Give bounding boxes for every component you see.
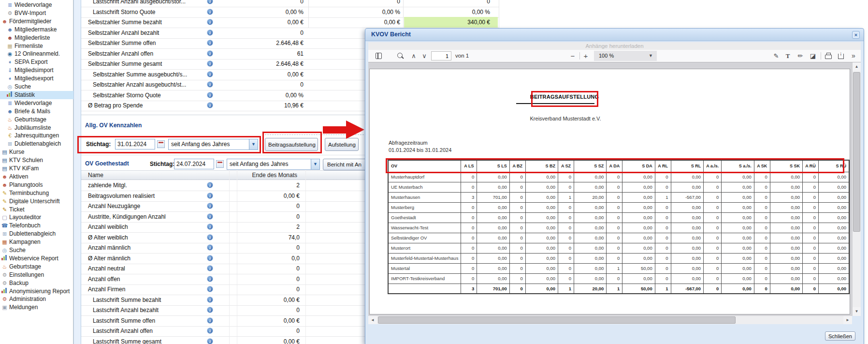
column-header-name[interactable]: Name: [88, 171, 103, 180]
info-icon[interactable]: i: [207, 92, 213, 98]
info-icon[interactable]: i: [207, 30, 213, 36]
info-icon[interactable]: i: [207, 102, 213, 108]
previous-page-icon[interactable]: ∧: [409, 50, 419, 62]
sidebar-item-statistik[interactable]: Statistik: [0, 91, 73, 99]
sidebar-item-kurse[interactable]: ▤Kurse: [0, 148, 73, 156]
scroll-up-icon[interactable]: ▲: [853, 62, 861, 71]
page-number-input[interactable]: [431, 51, 451, 60]
sidebar-item-geburtstage[interactable]: ♨Geburtstage: [0, 116, 73, 124]
zoom-in-icon[interactable]: +: [581, 50, 590, 62]
sidebar-item-suche[interactable]: ◎Suche: [0, 246, 73, 254]
sidebar-item-firmenliste[interactable]: ▦Firmenliste: [0, 42, 73, 50]
info-icon[interactable]: i: [207, 234, 213, 240]
info-icon[interactable]: i: [207, 81, 213, 88]
aufstellung-button[interactable]: Aufstellung: [325, 138, 359, 151]
info-icon[interactable]: i: [207, 182, 213, 188]
sidebar-item-dublettenabgleich[interactable]: ⊞Dublettenabgleich: [0, 140, 73, 148]
scroll-left-icon[interactable]: ◄: [368, 316, 377, 324]
info-icon[interactable]: i: [207, 286, 213, 292]
text-tool-icon[interactable]: T: [783, 50, 793, 62]
info-icon[interactable]: i: [207, 50, 213, 57]
info-icon[interactable]: i: [207, 317, 213, 324]
sidebar-item-jahresquittungen[interactable]: €Jahresquittungen: [0, 132, 73, 140]
sidebar-item-backup[interactable]: ⚙Backup: [0, 279, 73, 287]
info-icon[interactable]: i: [207, 244, 213, 251]
sidebar-item-geburtstage[interactable]: ♨Geburtstage: [0, 263, 73, 271]
sidebar-item-jubiläumsliste[interactable]: ♨Jubiläumsliste: [0, 124, 73, 132]
sidebar-item-anonymisierung-report[interactable]: Anonymisierung Report: [0, 287, 73, 296]
scrollbar-thumb[interactable]: [853, 72, 860, 232]
info-icon[interactable]: i: [207, 276, 213, 282]
zoom-level-select[interactable]: 100 % ▼: [594, 51, 657, 61]
info-icon[interactable]: i: [207, 203, 213, 209]
sidebar-item-12-onlineanmeld[interactable]: ◉12 Onlineanmeld.: [0, 50, 73, 58]
sidebar-item-einstellungen[interactable]: ⚙Einstellungen: [0, 271, 73, 279]
info-icon[interactable]: i: [207, 9, 213, 15]
sidebar-item-administration[interactable]: ⚙Administration: [0, 295, 73, 303]
schliessen-button[interactable]: Schließen: [825, 331, 855, 341]
sidebar-item-aktiven[interactable]: ☻Aktiven: [0, 173, 73, 181]
sidebar-item-mitgliedsimport[interactable]: ⇓Mitgliedsimport: [0, 66, 73, 75]
info-icon[interactable]: i: [207, 0, 213, 4]
sidebar-item-dublettenabgleich[interactable]: ⊞Dublettenabgleich: [0, 230, 73, 238]
sidebar-item-webservice-report[interactable]: Webservice Report: [0, 254, 73, 263]
sidebar-item-planungtools[interactable]: ☻Planungtools: [0, 181, 73, 189]
info-icon[interactable]: i: [207, 297, 213, 303]
highlight-tool-icon[interactable]: ✎: [771, 50, 781, 62]
sidebar-item-mitgliedsexport[interactable]: ➧Mitgliedsexport: [0, 75, 73, 83]
info-icon[interactable]: i: [207, 307, 213, 313]
scroll-down-icon[interactable]: ▼: [853, 307, 861, 316]
info-icon[interactable]: i: [207, 338, 213, 344]
sidebar-item-suche[interactable]: ◎Suche: [0, 83, 73, 91]
sidebar-item-wiedervorlage[interactable]: ≣Wiedervorlage: [0, 99, 73, 107]
zoom-out-icon[interactable]: −: [568, 50, 577, 62]
sidebar-item-ktv-schulen[interactable]: ▤KTV Schulen: [0, 156, 73, 165]
info-icon[interactable]: i: [207, 40, 213, 46]
scrollbar-thumb[interactable]: [378, 316, 736, 324]
sidebar-item-fördermitglieder[interactable]: ☻Fördermitglieder: [0, 17, 73, 26]
info-icon[interactable]: i: [207, 224, 213, 230]
info-icon[interactable]: i: [207, 328, 213, 334]
close-icon[interactable]: ×: [852, 31, 860, 39]
horizontal-scrollbar[interactable]: ◄ ►: [368, 316, 852, 324]
sidebar-item-mitgliederliste[interactable]: ☻Mitgliederliste: [0, 34, 73, 42]
info-icon[interactable]: i: [207, 60, 213, 67]
chevron-down-icon[interactable]: ▼: [311, 159, 319, 169]
sidebar-item-ticket[interactable]: ✎Ticket: [0, 206, 73, 214]
info-icon[interactable]: i: [207, 19, 213, 25]
calendar-picker-icon[interactable]: [216, 160, 224, 168]
dialog-title[interactable]: KVOV Bericht: [365, 29, 864, 41]
sidebar-item-mitgliedermaske[interactable]: ☻Mitgliedermaske: [0, 26, 73, 34]
ov-period-select[interactable]: seit Anfang des Jahres ▼: [227, 159, 320, 170]
sidebar-item-terminbuchung[interactable]: ✎Terminbuchung: [0, 189, 73, 197]
info-icon[interactable]: i: [207, 255, 213, 261]
sidebar-toggle-icon[interactable]: [376, 53, 382, 59]
sidebar-item-telefonbuch[interactable]: ☎Telefonbuch: [0, 222, 73, 230]
search-icon[interactable]: [397, 53, 403, 58]
panel-splitter[interactable]: [73, 0, 81, 344]
info-icon[interactable]: i: [207, 71, 213, 77]
image-tool-icon[interactable]: ◪: [808, 50, 818, 62]
save-download-icon[interactable]: [838, 54, 844, 59]
info-icon[interactable]: i: [207, 213, 213, 220]
sidebar-item-bvw-import[interactable]: ⚙BVW-Import: [0, 9, 73, 17]
ov-stichtag-date-field[interactable]: [174, 159, 214, 169]
more-tools-icon[interactable]: »: [849, 50, 858, 62]
sidebar-item-kampagnen[interactable]: ▦Kampagnen: [0, 238, 73, 246]
next-page-icon[interactable]: ∨: [420, 50, 429, 62]
draw-tool-icon[interactable]: ✏: [796, 50, 805, 62]
sidebar-item-meldungen[interactable]: ▣Meldungen: [0, 303, 73, 312]
scroll-right-icon[interactable]: ►: [843, 316, 852, 324]
vertical-scrollbar[interactable]: ▲ ▼: [852, 62, 861, 316]
table-row: Lastschrift Summe gesamti0,00 €: [81, 336, 366, 344]
info-icon[interactable]: i: [207, 265, 213, 271]
sidebar-item-sepa-export[interactable]: ➧SEPA Export: [0, 58, 73, 66]
info-icon[interactable]: i: [207, 193, 213, 199]
sidebar-item-ktv-kifam[interactable]: ▤KTV KiFam: [0, 165, 73, 173]
print-icon[interactable]: [825, 55, 832, 59]
sidebar-item-layouteditor[interactable]: ▢Layouteditor: [0, 213, 73, 222]
sidebar-item-wiedervorlage[interactable]: ≣Wiedervorlage: [0, 1, 73, 9]
pdf-cell: 0,00: [818, 243, 849, 253]
sidebar-item-briefe-mails[interactable]: ☻Briefe & Mails: [0, 107, 73, 116]
sidebar-item-digitale-unterschrift[interactable]: ✎Digitale Unterschrift: [0, 197, 73, 206]
